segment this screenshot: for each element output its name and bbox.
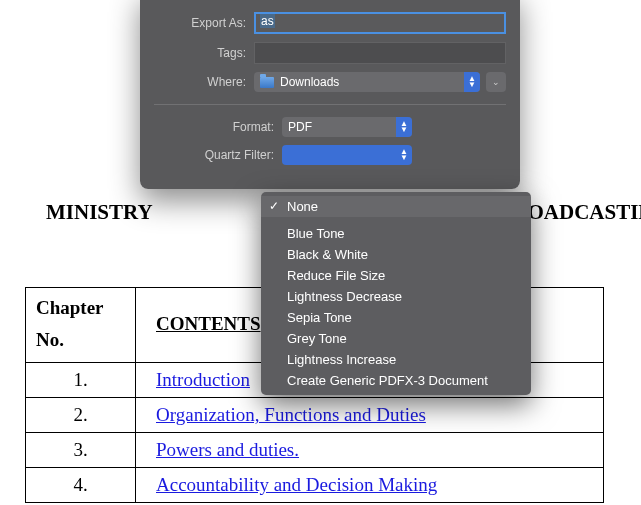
chapter-link[interactable]: Powers and duties. — [156, 439, 299, 460]
quartz-filter-popup[interactable]: ▲▼ — [282, 145, 412, 165]
folder-icon — [260, 77, 274, 88]
divider — [154, 104, 506, 105]
export-as-input[interactable]: as — [254, 12, 506, 34]
export-as-label: Export As: — [154, 16, 254, 30]
updown-arrows-icon: ▲▼ — [400, 149, 408, 161]
row-number: 3. — [26, 433, 136, 468]
quartz-filter-menu: ✓ None Blue Tone Black & White Reduce Fi… — [261, 192, 531, 395]
updown-arrows-icon: ▲▼ — [400, 121, 408, 133]
format-value: PDF — [288, 120, 312, 134]
menu-item-label: Blue Tone — [287, 226, 345, 241]
chevron-down-icon: ⌄ — [492, 77, 500, 87]
row-number: 1. — [26, 363, 136, 398]
row-number: 2. — [26, 398, 136, 433]
export-sheet: Export As: as Tags: Where: Downloads ▲▼ … — [140, 0, 520, 189]
row-link-cell: Powers and duties. — [136, 433, 604, 468]
menu-item-blue-tone[interactable]: Blue Tone — [261, 223, 531, 244]
menu-item-label: Grey Tone — [287, 331, 347, 346]
menu-item-black-white[interactable]: Black & White — [261, 244, 531, 265]
menu-item-reduce-file-size[interactable]: Reduce File Size — [261, 265, 531, 286]
menu-item-label: Lightness Increase — [287, 352, 396, 367]
row-link-cell: Accountability and Decision Making — [136, 468, 604, 503]
menu-item-label: Lightness Decrease — [287, 289, 402, 304]
menu-item-none[interactable]: ✓ None — [261, 196, 531, 217]
menu-item-create-pdfx3[interactable]: Create Generic PDFX-3 Document — [261, 370, 531, 391]
tags-input[interactable] — [254, 42, 506, 64]
where-popup[interactable]: Downloads ▲▼ — [254, 72, 480, 92]
checkmark-icon: ✓ — [269, 199, 279, 213]
row-link-cell: Organization, Functions and Duties — [136, 398, 604, 433]
menu-item-label: Reduce File Size — [287, 268, 385, 283]
expand-button[interactable]: ⌄ — [486, 72, 506, 92]
row-number: 4. — [26, 468, 136, 503]
table-row: 2. Organization, Functions and Duties — [26, 398, 604, 433]
menu-item-sepia-tone[interactable]: Sepia Tone — [261, 307, 531, 328]
table-row: 4. Accountability and Decision Making — [26, 468, 604, 503]
quartz-filter-label: Quartz Filter: — [154, 148, 282, 162]
tags-label: Tags: — [154, 46, 254, 60]
menu-item-label: Sepia Tone — [287, 310, 352, 325]
export-as-value: as — [260, 14, 275, 28]
chapter-link[interactable]: Accountability and Decision Making — [156, 474, 437, 495]
where-label: Where: — [154, 75, 254, 89]
format-popup[interactable]: PDF ▲▼ — [282, 117, 412, 137]
table-row: 3. Powers and duties. — [26, 433, 604, 468]
menu-item-label: None — [287, 199, 318, 214]
updown-arrows-icon: ▲▼ — [468, 76, 476, 88]
chapter-link[interactable]: Organization, Functions and Duties — [156, 404, 426, 425]
column-header-chapter-no: Chapter No. — [26, 287, 136, 363]
menu-item-lightness-increase[interactable]: Lightness Increase — [261, 349, 531, 370]
format-label: Format: — [154, 120, 282, 134]
menu-item-grey-tone[interactable]: Grey Tone — [261, 328, 531, 349]
menu-item-lightness-decrease[interactable]: Lightness Decrease — [261, 286, 531, 307]
menu-item-label: Create Generic PDFX-3 Document — [287, 373, 488, 388]
chapter-link[interactable]: Introduction — [156, 369, 250, 390]
menu-item-label: Black & White — [287, 247, 368, 262]
where-value: Downloads — [280, 75, 339, 89]
